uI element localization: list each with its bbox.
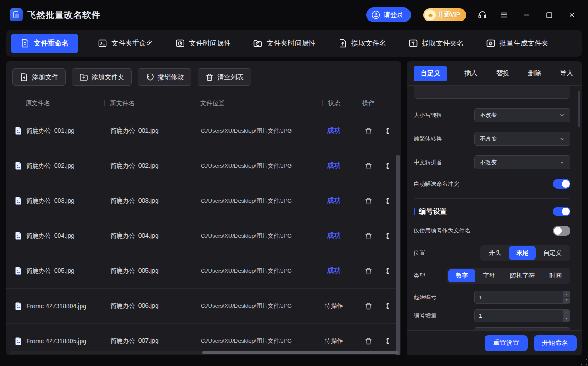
headset-icon[interactable] — [477, 9, 488, 21]
file-rename-icon — [20, 39, 30, 48]
start-rename-button[interactable]: 开始命名 — [534, 335, 577, 351]
move-row-icon[interactable] — [384, 127, 392, 135]
move-row-icon[interactable] — [384, 302, 392, 310]
new-filename: 简鹿办公_005.jpg — [104, 267, 195, 275]
move-row-icon[interactable] — [384, 162, 392, 170]
move-row-icon[interactable] — [384, 267, 392, 275]
tab-extract-foldername[interactable]: 提取文件夹名 — [406, 34, 467, 53]
maximize-button[interactable] — [542, 8, 556, 21]
type-option-random[interactable]: 随机字符 — [503, 269, 542, 282]
login-button[interactable]: 请登录 — [366, 7, 411, 22]
resize-grip[interactable] — [581, 359, 587, 365]
clear-list-button[interactable]: 清空列表 — [198, 68, 251, 86]
pinyin-convert-dropdown[interactable]: 不改变 — [474, 155, 570, 169]
name-text-input[interactable] — [414, 86, 570, 99]
table-row[interactable]: 简鹿办公_004.jpg 简鹿办公_004.jpg C:/Users/XU/De… — [6, 218, 396, 253]
tab-label: 文件夹时间属性 — [266, 39, 315, 48]
only-number-toggle[interactable] — [553, 226, 570, 236]
tab-import[interactable]: 导入 — [558, 69, 575, 77]
setting-row-case: 大小写转换 不改变 — [414, 108, 570, 122]
undo-button[interactable]: 撤销修改 — [138, 68, 191, 86]
delete-row-icon[interactable] — [365, 197, 372, 205]
step-up-icon[interactable]: ▲ — [563, 291, 570, 297]
move-row-icon[interactable] — [384, 337, 392, 345]
tab-file-rename[interactable]: 文件重命名 — [11, 34, 78, 53]
table-row[interactable]: Frame 427318804.jpg 简鹿办公_006.jpg C:/User… — [6, 289, 396, 324]
table-row[interactable]: 简鹿办公_001.jpg 简鹿办公_001.jpg C:/Users/XU/De… — [6, 113, 396, 148]
dropdown-value: 不改变 — [480, 135, 497, 143]
reset-settings-button[interactable]: 重置设置 — [485, 335, 528, 351]
tab-file-time[interactable]: 文件时间属性 — [173, 34, 234, 53]
start-number-input[interactable]: ▲▼ — [474, 291, 570, 304]
delete-row-icon[interactable] — [365, 232, 372, 240]
close-button[interactable] — [565, 8, 578, 21]
start-number-field[interactable] — [475, 294, 563, 301]
table-row[interactable]: Frame 427318805.jpg 简鹿办公_007.jpg C:/User… — [6, 324, 396, 350]
status-badge: 成功 — [327, 232, 341, 239]
settings-scroll-area: 大小写转换 不改变 简繁体转换 不改变 中文转拼音 不改变 自动解决命名冲突 — [407, 86, 582, 330]
position-option-end[interactable]: 末尾 — [509, 246, 536, 260]
folder-time-icon — [253, 39, 262, 48]
image-file-icon — [15, 267, 22, 275]
delete-row-icon[interactable] — [365, 302, 372, 310]
increment-input[interactable]: ▲▼ — [474, 309, 570, 322]
login-label: 请登录 — [383, 11, 403, 19]
tab-insert[interactable]: 插入 — [463, 69, 479, 77]
numbering-toggle[interactable] — [553, 207, 570, 216]
position-option-custom[interactable]: 自定义 — [536, 246, 569, 260]
tab-extract-filename[interactable]: 提取文件名 — [335, 34, 389, 53]
type-option-time[interactable]: 时间 — [542, 269, 569, 282]
tab-folder-rename[interactable]: 文件夹重命名 — [95, 34, 156, 53]
table-row[interactable]: 简鹿办公_005.jpg 简鹿办公_005.jpg C:/Users/XU/De… — [6, 253, 396, 289]
step-down-icon[interactable]: ▼ — [563, 316, 570, 322]
file-path: C:/Users/XU/Desktop/图片文件/JPG — [195, 267, 311, 275]
dropdown-value: 不改变 — [480, 158, 497, 166]
original-filename: Frame 427318805.jpg — [26, 338, 86, 345]
increment-field[interactable] — [475, 313, 563, 319]
position-option-start[interactable]: 开头 — [482, 246, 509, 260]
add-folder-button[interactable]: 添加文件夹 — [72, 68, 132, 86]
vertical-scrollbar[interactable] — [396, 155, 400, 355]
conflict-toggle[interactable] — [553, 179, 570, 189]
delete-row-icon[interactable] — [365, 337, 372, 345]
menu-icon[interactable] — [499, 9, 510, 21]
vip-button[interactable]: 开通VIP — [423, 8, 466, 21]
crown-icon — [425, 10, 436, 20]
minimize-button[interactable] — [520, 8, 533, 21]
move-row-icon[interactable] — [384, 197, 392, 205]
setting-row-conflict: 自动解决命名冲突 — [414, 179, 570, 189]
table-row[interactable]: 简鹿办公_003.jpg 简鹿办公_003.jpg C:/Users/XU/De… — [6, 183, 396, 218]
tab-batch-create-folder[interactable]: 批量生成文件夹 — [483, 34, 551, 53]
tab-folder-time[interactable]: 文件夹时间属性 — [250, 34, 318, 53]
type-option-number[interactable]: 数字 — [448, 269, 475, 282]
step-up-icon[interactable]: ▲ — [563, 310, 570, 316]
tab-delete[interactable]: 删除 — [526, 69, 543, 77]
case-convert-dropdown[interactable]: 不改变 — [474, 108, 570, 122]
delete-row-icon[interactable] — [365, 267, 372, 275]
only-number-label: 仅使用编号作为文件名 — [414, 227, 471, 235]
image-file-icon — [15, 162, 22, 170]
tab-label: 提取文件名 — [351, 39, 386, 48]
step-down-icon[interactable]: ▼ — [563, 297, 570, 304]
type-option-letter[interactable]: 字母 — [475, 269, 503, 282]
new-filename: 简鹿办公_004.jpg — [104, 232, 195, 240]
table-row[interactable]: 简鹿办公_002.jpg 简鹿办公_002.jpg C:/Users/XU/De… — [6, 148, 396, 183]
increment-stepper[interactable]: ▲▼ — [563, 310, 570, 322]
move-row-icon[interactable] — [384, 232, 392, 240]
delete-row-icon[interactable] — [365, 162, 372, 170]
add-file-button[interactable]: 添加文件 — [12, 68, 66, 86]
file-path: C:/Users/XU/Desktop/图片文件/JPG — [195, 197, 311, 205]
settings-scrollbar[interactable] — [578, 91, 580, 127]
traditional-convert-dropdown[interactable]: 不改变 — [474, 132, 570, 146]
new-filename: 简鹿办公_002.jpg — [104, 162, 195, 170]
undo-label: 撤销修改 — [158, 73, 184, 81]
status-badge: 成功 — [327, 197, 341, 204]
toggle-knob — [554, 227, 562, 235]
horizontal-scrollbar-track[interactable] — [10, 351, 395, 354]
horizontal-scrollbar-thumb[interactable] — [202, 351, 399, 354]
start-number-stepper[interactable]: ▲▼ — [563, 291, 570, 303]
tab-replace[interactable]: 替换 — [495, 69, 511, 77]
original-filename: 简鹿办公_005.jpg — [26, 267, 74, 275]
delete-row-icon[interactable] — [365, 127, 372, 135]
tab-custom[interactable]: 自定义 — [414, 66, 447, 81]
